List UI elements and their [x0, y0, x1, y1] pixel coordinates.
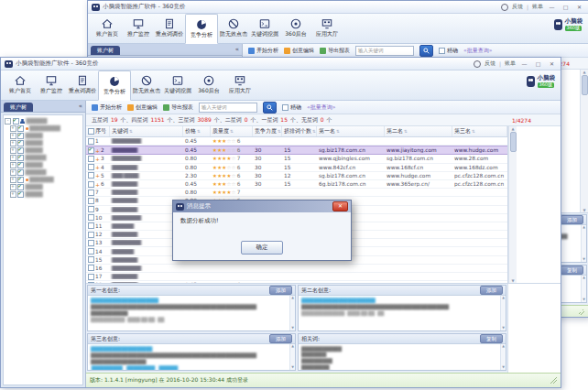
tree-checkbox[interactable] [17, 133, 24, 139]
close-button[interactable]: ✕ [574, 3, 584, 11]
tab-monitor[interactable]: 推广监控 [36, 70, 67, 100]
row-checkbox[interactable] [88, 172, 94, 179]
table-row[interactable]: 7███████0.80★★★★☆7 [86, 189, 507, 197]
tree-item[interactable]: +█████ [5, 132, 82, 139]
tree-item[interactable]: +█████ [5, 146, 82, 154]
column-header[interactable]: 质量度⇅ [211, 126, 253, 136]
expander-icon[interactable]: + [10, 140, 16, 146]
copy-button[interactable]: 复制 [561, 265, 583, 275]
batch-query-link[interactable]: «批量查询» [463, 47, 492, 55]
dialog-ok-button[interactable]: 确定 [241, 241, 283, 255]
start-analysis-button[interactable]: 开始分析 [92, 103, 122, 112]
tree-item[interactable]: +█████ [5, 139, 82, 146]
account-tree[interactable]: -██████+█████████+█████+█████+█████+████… [3, 114, 83, 385]
tab-app-hall[interactable]: 应用大厅 [224, 70, 256, 100]
sort-icon[interactable]: ⇅ [129, 129, 133, 134]
sort-icon[interactable]: ⇅ [278, 129, 281, 134]
row-checkbox[interactable] [88, 282, 94, 283]
batch-query-link[interactable]: «批量查询» [307, 103, 335, 112]
sort-icon[interactable]: ⇅ [472, 129, 475, 134]
table-row[interactable]: +5███ ████2.30★★★★☆63012sg.biz178.com.cn… [86, 172, 507, 180]
tab-app-hall[interactable]: 应用大厅 [311, 14, 343, 43]
exact-checkbox-box[interactable] [439, 48, 445, 54]
sort-icon[interactable]: ⇅ [404, 129, 408, 134]
front-titlebar[interactable]: 小脑袋智能推广软件 - 360竞价 反馈 | 账单 — □ ✕ [1, 58, 561, 70]
tree-checkbox[interactable] [17, 169, 24, 176]
expand-plus-icon[interactable]: + [95, 157, 100, 161]
resize-grip[interactable] [578, 309, 584, 315]
tree-checkbox[interactable] [17, 177, 24, 183]
feedback-link[interactable]: 反馈 [512, 3, 523, 11]
account-tree-tab[interactable]: 账户树 [91, 46, 120, 55]
expander-icon[interactable]: + [10, 177, 16, 183]
tree-item[interactable]: +█████ [5, 183, 82, 190]
minimize-button[interactable]: — [519, 60, 529, 68]
tree-checkbox[interactable] [17, 125, 24, 132]
collapse-panel-button[interactable]: « [235, 45, 239, 55]
row-checkbox[interactable] [88, 214, 94, 221]
row-checkbox[interactable] [88, 181, 94, 188]
row-checkbox[interactable] [88, 198, 94, 204]
tree-checkbox[interactable] [17, 191, 24, 198]
row-checkbox[interactable] [88, 164, 94, 170]
row-checkbox[interactable] [88, 190, 94, 196]
expander-icon[interactable]: + [10, 125, 16, 132]
tab-backend[interactable]: 360后台 [193, 70, 224, 100]
exact-checkbox-box[interactable] [282, 104, 289, 111]
search-button[interactable] [263, 102, 277, 114]
close-button[interactable]: ✕ [547, 60, 557, 68]
exact-match-checkbox[interactable]: 精确 [439, 47, 458, 55]
sort-icon[interactable]: ⇅ [312, 129, 316, 134]
select-all-checkbox[interactable] [88, 128, 94, 135]
tree-item[interactable]: +█████ [5, 161, 82, 168]
tree-item[interactable]: +███████ [5, 176, 82, 183]
resize-grip[interactable] [550, 377, 557, 384]
add-button[interactable]: 添加 [561, 215, 583, 224]
tab-pie-chart[interactable]: 竞争分析 [185, 14, 218, 44]
expand-plus-icon[interactable]: + [95, 182, 100, 187]
table-row[interactable]: +2███████0.45★★★☆☆63015sg.biz178.com.cnw… [86, 146, 507, 155]
row-checkbox[interactable] [88, 265, 94, 271]
expander-icon[interactable]: + [10, 155, 16, 161]
sort-icon[interactable]: ⇅ [197, 129, 201, 134]
tree-checkbox[interactable] [17, 162, 24, 168]
column-header[interactable]: 关键词⇅ [110, 126, 183, 136]
dialog-titlebar[interactable]: 消息提示 ✕ [173, 200, 351, 212]
tab-home[interactable]: 账户首页 [92, 14, 123, 43]
column-header[interactable]: 竞争力度⇅ [253, 126, 282, 136]
expander-icon[interactable]: + [10, 191, 16, 198]
expander-icon[interactable]: + [10, 162, 16, 168]
table-row[interactable]: +4███████0.80★★★☆☆63015www.842cf.cnwww.1… [86, 164, 507, 172]
tree-checkbox[interactable] [13, 118, 19, 125]
keyword-search-input[interactable]: 输入关键词 [355, 46, 414, 56]
start-analysis-button[interactable]: 开始分析 [248, 47, 278, 55]
table-header[interactable]: 序号关键词⇅价格⇅质量度⇅竞争力度⇅挤排词个数⇅第一名⇅第二名⇅第三名⇅ [86, 126, 507, 137]
tab-pie-chart[interactable]: 竞争分析 [98, 70, 131, 101]
tree-checkbox[interactable] [17, 155, 24, 161]
column-header[interactable]: 挤排词个数⇅ [282, 126, 317, 136]
dialog-close-button[interactable]: ✕ [332, 201, 348, 211]
add-button[interactable]: 添加 [269, 334, 292, 343]
column-header[interactable]: 第三名⇅ [452, 126, 507, 136]
add-button[interactable]: 添加 [269, 286, 292, 295]
table-row[interactable]: 17███████ [86, 273, 507, 281]
tree-checkbox[interactable] [17, 147, 24, 154]
expander-icon[interactable]: + [10, 169, 16, 176]
tree-item[interactable]: +██████ [5, 168, 82, 176]
table-row[interactable]: 1████████0.45★★★☆☆6 [86, 137, 507, 146]
maximize-button[interactable]: □ [533, 60, 543, 68]
row-checkbox[interactable] [88, 232, 94, 238]
maximize-button[interactable]: □ [561, 3, 571, 11]
back-table-scrollbar[interactable]: ▲▼ [580, 70, 588, 212]
row-checkbox[interactable] [88, 156, 94, 162]
add-button[interactable]: 添加 [480, 286, 503, 295]
table-row[interactable]: 16████████ [86, 265, 507, 273]
export-report-button[interactable]: 导出报表 [163, 103, 193, 112]
tab-block-click[interactable]: 防无效点击 [131, 70, 162, 100]
creative-edit-button[interactable]: 创意编辑 [127, 103, 158, 112]
tab-backend[interactable]: 360后台 [280, 14, 311, 43]
expander-icon[interactable]: + [10, 133, 16, 139]
account-tree-tab[interactable]: 账户树 [4, 103, 33, 112]
expand-plus-icon[interactable]: + [95, 165, 100, 169]
table-row[interactable]: +3████████0.80★★★★☆73015www.qjbingles.co… [86, 155, 507, 163]
